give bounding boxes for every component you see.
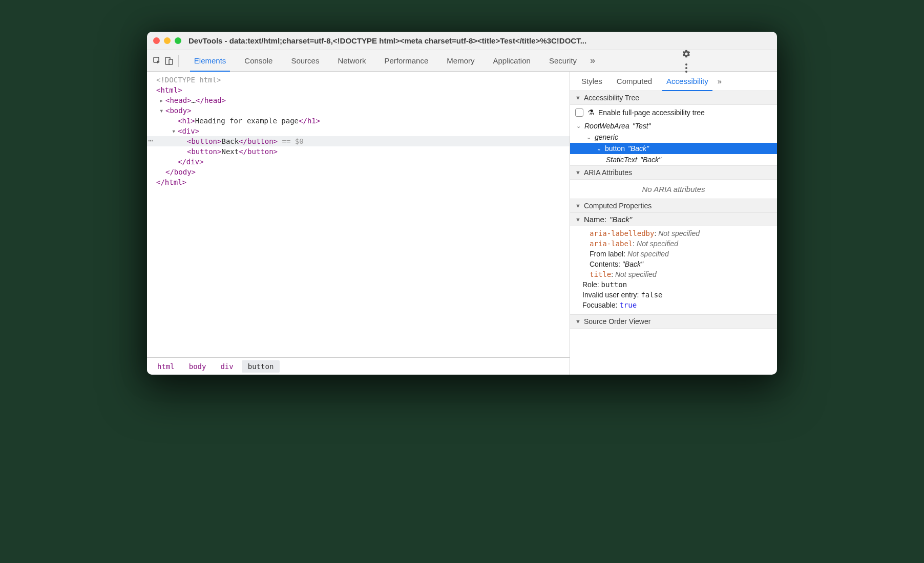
atree-root[interactable]: ⌄ RootWebArea "Test" (570, 120, 777, 132)
section-title: Source Order Viewer (584, 317, 650, 326)
name-value: "Back" (610, 215, 632, 224)
atree-statictext[interactable]: StaticText "Back" (570, 154, 777, 165)
main-tabs: Elements Console Sources Network Perform… (185, 50, 599, 72)
section-accessibility-tree[interactable]: ▼ Accessibility Tree (570, 91, 777, 105)
comp-contents: Contents: "Back" (577, 259, 770, 269)
sidebar-more-tabs-icon[interactable]: » (718, 77, 722, 85)
inspect-element-icon[interactable] (151, 54, 163, 68)
tab-memory[interactable]: Memory (437, 50, 484, 72)
disclosure-triangle-icon: ▼ (575, 216, 581, 223)
svg-point-3 (685, 63, 687, 66)
svg-rect-2 (169, 59, 173, 64)
html-open[interactable]: <html> (147, 85, 570, 95)
name-label: Name: (584, 215, 606, 224)
comp-title: title: Not specified (577, 269, 770, 279)
devtools-window: DevTools - data:text/html;charset=utf-8,… (147, 32, 777, 375)
tab-console[interactable]: Console (235, 50, 282, 72)
zoom-icon[interactable] (175, 37, 181, 44)
button-next-node[interactable]: <button>Next</button> (147, 146, 570, 157)
section-computed-properties[interactable]: ▼ Computed Properties (570, 199, 777, 213)
section-source-order[interactable]: ▼ Source Order Viewer (570, 314, 777, 329)
crumb-button[interactable]: button (242, 360, 280, 373)
section-title: Accessibility Tree (584, 94, 639, 102)
div-open[interactable]: ▾<div> (147, 126, 570, 136)
window-titlebar: DevTools - data:text/html;charset=utf-8,… (147, 32, 777, 50)
flask-icon: ⚗ (587, 108, 594, 117)
more-tabs-icon[interactable]: » (586, 55, 599, 66)
sidebar-tab-accessibility[interactable]: Accessibility (659, 72, 716, 91)
sidebar-tab-styles[interactable]: Styles (574, 72, 610, 91)
body-open[interactable]: ▾<body> (147, 105, 570, 116)
comp-role: Role: button (577, 279, 770, 290)
tab-sources[interactable]: Sources (282, 50, 328, 72)
crumb-html[interactable]: html (151, 360, 181, 373)
disclosure-triangle-icon: ▼ (575, 203, 581, 209)
traffic-lights (153, 37, 181, 44)
checkbox[interactable] (575, 109, 583, 117)
tab-performance[interactable]: Performance (375, 50, 437, 72)
html-close[interactable]: </html> (147, 177, 570, 187)
disclosure-triangle-icon: ▼ (575, 169, 581, 176)
window-title: DevTools - data:text/html;charset=utf-8,… (188, 36, 771, 45)
section-aria-attributes[interactable]: ▼ ARIA Attributes (570, 165, 777, 180)
atree-generic[interactable]: ⌄ generic (570, 132, 777, 143)
disclosure-triangle-icon: ▼ (575, 95, 581, 101)
tab-network[interactable]: Network (328, 50, 375, 72)
elements-panel: <!DOCTYPE html> <html> ▸<head>…</head> ▾… (147, 72, 570, 375)
div-close[interactable]: </div> (147, 157, 570, 167)
section-title: ARIA Attributes (584, 168, 632, 177)
minimize-icon[interactable] (164, 37, 171, 44)
comp-from-label: From label: Not specified (577, 249, 770, 259)
aria-empty-text: No ARIA attributes (570, 180, 777, 199)
main-toolbar: Elements Console Sources Network Perform… (147, 50, 777, 72)
doctype-line[interactable]: <!DOCTYPE html> (147, 75, 570, 85)
svg-point-4 (685, 67, 687, 69)
tab-elements[interactable]: Elements (185, 50, 236, 72)
chevron-down-icon: ⌄ (585, 134, 592, 141)
tab-security[interactable]: Security (540, 50, 586, 72)
more-options-icon[interactable] (682, 63, 690, 73)
comp-aria-label: aria-label: Not specified (577, 239, 770, 249)
close-icon[interactable] (153, 37, 160, 44)
dom-tree[interactable]: <!DOCTYPE html> <html> ▸<head>…</head> ▾… (147, 72, 570, 357)
main-panel: <!DOCTYPE html> <html> ▸<head>…</head> ▾… (147, 72, 777, 375)
button-back-node[interactable]: <button>Back</button> == $0 (147, 136, 570, 146)
device-toolbar-icon[interactable] (163, 54, 175, 68)
enable-fullpage-label: Enable full-page accessibility tree (598, 109, 705, 117)
computed-list: aria-labelledby: Not specified aria-labe… (570, 226, 777, 314)
chevron-down-icon: ⌄ (575, 123, 581, 129)
section-title: Computed Properties (584, 202, 652, 210)
body-close[interactable]: </body> (147, 167, 570, 177)
comp-aria-labelledby: aria-labelledby: Not specified (577, 228, 770, 239)
head-node[interactable]: ▸<head>…</head> (147, 95, 570, 105)
sidebar-tab-computed[interactable]: Computed (610, 72, 659, 91)
accessibility-tree-body: ⌄ RootWebArea "Test" ⌄ generic ⌄ button … (570, 120, 777, 165)
chevron-down-icon: ⌄ (596, 145, 602, 152)
breadcrumb: html body div button (147, 357, 570, 375)
h1-node[interactable]: <h1>Heading for example page</h1> (147, 116, 570, 126)
crumb-div[interactable]: div (214, 360, 239, 373)
computed-name-row[interactable]: ▼ Name: "Back" (570, 213, 777, 226)
sidebar: Styles Computed Accessibility » ▼ Access… (570, 72, 777, 375)
enable-fullpage-row[interactable]: ⚗ Enable full-page accessibility tree (570, 105, 777, 120)
crumb-body[interactable]: body (183, 360, 213, 373)
comp-focusable: Focusable: true (577, 300, 770, 310)
toolbar-divider (178, 55, 179, 67)
disclosure-triangle-icon: ▼ (575, 318, 581, 324)
sidebar-tabs: Styles Computed Accessibility » (570, 72, 777, 91)
settings-icon[interactable] (679, 49, 694, 58)
atree-button[interactable]: ⌄ button "Back" (570, 143, 777, 154)
tab-application[interactable]: Application (484, 50, 539, 72)
comp-invalid: Invalid user entry: false (577, 290, 770, 300)
